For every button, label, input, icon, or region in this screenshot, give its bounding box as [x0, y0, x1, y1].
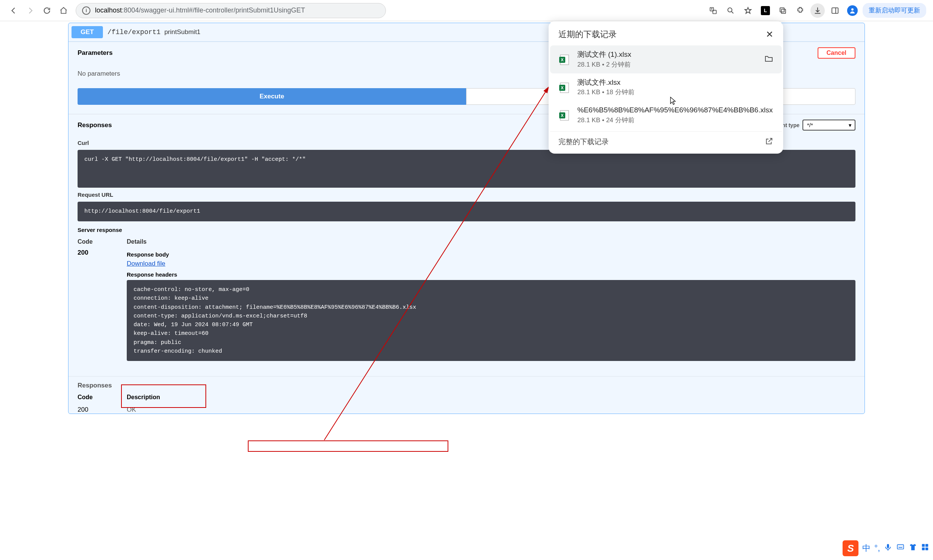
svg-rect-22 — [925, 548, 928, 550]
download-item[interactable]: X 测试文件.xlsx 28.1 KB • 18 分钟前 — [550, 73, 782, 101]
download-filename: %E6%B5%8B%E8%AF%95%E6%96%87%E4%BB%B6.xls… — [577, 106, 773, 115]
sidepanel-icon[interactable] — [828, 3, 842, 18]
response2-code: 200 — [78, 406, 108, 414]
operation-id: printSubmit1 — [164, 28, 200, 36]
svg-rect-4 — [780, 8, 784, 12]
downloads-popover: 近期的下载记录 ✕ X 测试文件 (1).xlsx 28.1 KB • 2 分钟… — [549, 21, 783, 154]
excel-file-icon: X — [558, 81, 571, 93]
search-icon[interactable] — [723, 3, 738, 18]
ime-mic-icon[interactable] — [884, 543, 892, 554]
ime-toolbar: S 中 °, — [843, 540, 929, 556]
request-url-block[interactable]: http://localhost:8004/file/export1 — [78, 202, 855, 221]
ime-punct-icon[interactable]: °, — [874, 543, 880, 553]
responses-title: Responses — [78, 121, 112, 129]
svg-point-6 — [851, 8, 854, 11]
download-filename: 测试文件 (1).xlsx — [577, 50, 757, 59]
page-content: GET /file/export1 printSubmit1 Parameter… — [0, 23, 933, 560]
response-code: 200 — [78, 249, 108, 257]
response-detail: Response body Download file Response hea… — [127, 249, 855, 361]
response-inner: Curl curl -X GET "http://localhost:8004/… — [68, 140, 865, 370]
download-item[interactable]: X 测试文件 (1).xlsx 28.1 KB • 2 分钟前 — [550, 45, 782, 73]
svg-rect-18 — [897, 544, 904, 549]
response-row: 200 Response body Download file Response… — [78, 249, 855, 361]
url-host: localhost — [95, 6, 122, 14]
response-headers-label: Response headers — [127, 271, 855, 278]
curl-block[interactable]: curl -X GET "http://localhost:8004/file/… — [78, 150, 855, 188]
site-info-icon[interactable]: i — [82, 6, 90, 15]
address-bar[interactable]: i localhost:8004/swagger-ui.html#/file-c… — [76, 3, 386, 18]
content-type-dropdown[interactable]: */* — [802, 120, 855, 131]
execute-button[interactable]: Execute — [78, 88, 466, 105]
profile-avatar[interactable] — [845, 3, 860, 18]
show-folder-icon[interactable] — [764, 54, 773, 65]
request-url-label: Request URL — [78, 191, 855, 198]
svg-text:X: X — [561, 86, 564, 90]
response-headers-block[interactable]: cache-control: no-store, max-age=0 conne… — [127, 280, 855, 361]
response2-columns: Code Description — [68, 391, 865, 404]
ime-keyboard-icon[interactable] — [896, 543, 905, 553]
sogou-ime-icon[interactable]: S — [843, 540, 858, 556]
svg-rect-5 — [832, 8, 838, 13]
responses-section-2: Responses — [68, 376, 865, 391]
excel-file-icon: X — [558, 53, 571, 65]
close-icon[interactable]: ✕ — [766, 29, 773, 40]
ime-grid-icon[interactable] — [921, 543, 929, 554]
col2-code: Code — [78, 394, 108, 401]
response2-desc: OK — [127, 406, 136, 414]
download-meta: 28.1 KB • 24 分钟前 — [577, 116, 773, 124]
downloads-icon[interactable] — [810, 3, 825, 18]
http-method: GET — [72, 26, 103, 38]
toolbar-right: L 重新启动即可更新 — [706, 3, 926, 18]
excel-file-icon: X — [558, 109, 571, 121]
url-path: :8004/swagger-ui.html#/file-controller/p… — [122, 6, 305, 14]
forward-icon — [23, 4, 37, 17]
response-columns: Code Details — [78, 236, 855, 249]
download-filename: 测试文件.xlsx — [577, 78, 773, 87]
svg-rect-19 — [922, 544, 925, 547]
svg-rect-3 — [781, 9, 785, 13]
bookmark-star-icon[interactable] — [741, 3, 755, 18]
downloads-title: 近期的下载记录 — [558, 29, 617, 40]
endpoint-path: /file/export1 — [107, 28, 160, 36]
cancel-button[interactable]: Cancel — [818, 47, 855, 59]
server-response-label: Server response — [78, 227, 855, 233]
svg-text:X: X — [561, 58, 564, 62]
svg-text:X: X — [561, 113, 564, 118]
response2-row: 200 OK — [68, 404, 865, 414]
external-link-icon[interactable] — [765, 137, 773, 147]
back-icon[interactable] — [7, 4, 20, 17]
full-history-link[interactable]: 完整的下载记录 — [558, 137, 609, 147]
parameters-title: Parameters — [78, 49, 113, 57]
ime-shirt-icon[interactable] — [909, 543, 917, 554]
copy-icon[interactable] — [776, 3, 790, 18]
update-pill[interactable]: 重新启动即可更新 — [863, 3, 926, 18]
extensions-icon[interactable] — [793, 3, 807, 18]
ime-lang[interactable]: 中 — [862, 543, 871, 554]
download-item[interactable]: X %E6%B5%8B%E8%AF%95%E6%96%87%E4%BB%B6.x… — [550, 101, 782, 129]
reload-icon[interactable] — [40, 4, 54, 17]
home-icon[interactable] — [57, 4, 70, 17]
col-code: Code — [78, 238, 108, 245]
download-file-link[interactable]: Download file — [127, 260, 165, 267]
svg-rect-21 — [922, 548, 925, 550]
browser-toolbar: i localhost:8004/swagger-ui.html#/file-c… — [0, 0, 933, 21]
col2-desc: Description — [127, 394, 160, 401]
download-meta: 28.1 KB • 2 分钟前 — [577, 60, 757, 69]
svg-rect-20 — [925, 544, 928, 547]
translate-icon[interactable] — [706, 3, 720, 18]
ext-badge-icon[interactable]: L — [758, 3, 773, 18]
response-body-label: Response body — [127, 251, 855, 258]
downloads-footer[interactable]: 完整的下载记录 — [550, 131, 782, 151]
col-details: Details — [127, 238, 146, 245]
download-meta: 28.1 KB • 18 分钟前 — [577, 88, 773, 96]
svg-point-2 — [728, 8, 732, 12]
svg-rect-17 — [887, 544, 889, 548]
